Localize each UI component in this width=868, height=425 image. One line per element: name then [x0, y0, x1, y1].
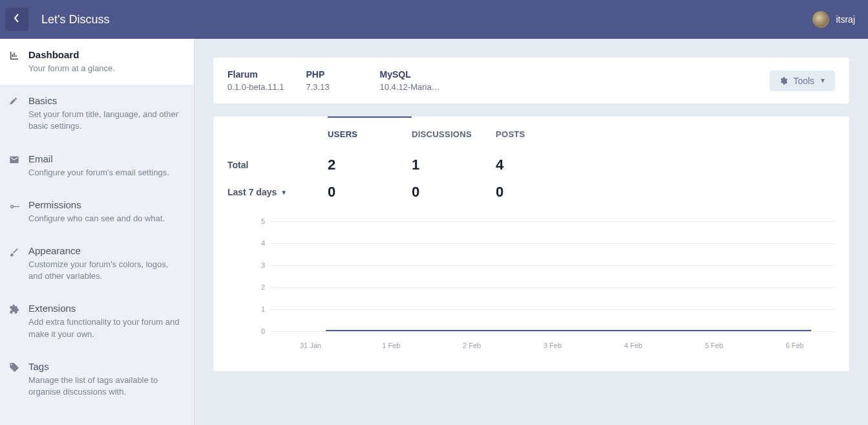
main-content: Flarum0.1.0-beta.11.1PHP7.3.13MySQL10.4.… [195, 39, 868, 425]
chart-x-tick: 5 Feb [705, 342, 723, 349]
status-value: 10.4.12-MariaD... [379, 82, 444, 92]
chart-x-tick: 31 Jan [300, 342, 321, 349]
sidebar-item-dashboard[interactable]: DashboardYour forum at a glance. [0, 39, 194, 85]
chart-x-tick: 4 Feb [624, 342, 642, 349]
sidebar-item-desc: Configure your forum's email settings. [28, 167, 182, 179]
chart-gridline [270, 309, 835, 310]
sidebar-item-title: Appearance [28, 245, 182, 256]
chart-x-axis: 31 Jan1 Feb2 Feb3 Feb4 Feb5 Feb6 Feb [270, 338, 835, 353]
stats-tab-label: DISCUSSIONS [412, 129, 472, 139]
back-button[interactable] [5, 8, 28, 31]
puzzle-icon [9, 304, 21, 316]
username: itsraj [836, 14, 855, 25]
sidebar-item-title: Basics [28, 95, 182, 106]
chart-gridline [270, 221, 835, 222]
stats-value: 0 [328, 179, 412, 206]
chart-gridline [270, 243, 835, 244]
sidebar-item-desc: Manage the list of tags available to org… [28, 375, 182, 398]
tags-icon [9, 362, 21, 374]
sidebar-item-tags[interactable]: TagsManage the list of tags available to… [0, 351, 194, 408]
gear-icon [779, 76, 788, 85]
chart-y-tick: 1 [243, 305, 265, 313]
chart-y-tick: 2 [243, 283, 265, 291]
stats-value: 0 [496, 179, 580, 206]
chart-y-tick: 5 [243, 217, 265, 225]
sidebar-item-desc: Your forum at a glance. [28, 63, 182, 74]
chart-icon [9, 50, 21, 62]
key-icon [9, 201, 21, 212]
status-columns: Flarum0.1.0-beta.11.1PHP7.3.13MySQL10.4.… [228, 69, 444, 92]
chart-container: 012345 31 Jan1 Feb2 Feb3 Feb4 Feb5 Feb6 … [228, 221, 835, 353]
app-header: Let's Discuss itsraj [0, 0, 868, 39]
chart-y-tick: 0 [243, 327, 265, 335]
sidebar-item-title: Dashboard [28, 49, 182, 60]
stats-header-spacer [228, 116, 328, 151]
caret-down-icon: ▼ [281, 189, 287, 196]
admin-sidebar: DashboardYour forum at a glance.BasicsSe… [0, 39, 195, 425]
status-label: Flarum [228, 69, 284, 80]
chart-gridline [270, 265, 835, 266]
pencil-icon [9, 96, 21, 108]
sidebar-item-permissions[interactable]: PermissionsConfigure who can see and do … [0, 189, 194, 235]
sidebar-item-title: Email [28, 153, 182, 164]
stats-row-label[interactable]: Last 7 days▼ [228, 187, 328, 197]
status-label: PHP [306, 69, 357, 80]
stats-row-label: Total [228, 160, 328, 170]
chart-y-tick: 3 [243, 261, 265, 269]
chart-x-tick: 6 Feb [785, 342, 803, 349]
status-col-mysql: MySQL10.4.12-MariaD... [379, 69, 444, 92]
sidebar-item-appearance[interactable]: AppearanceCustomize your forum's colors,… [0, 235, 194, 292]
brush-icon [9, 246, 21, 258]
stats-tab-discussions[interactable]: DISCUSSIONS [412, 116, 496, 151]
status-col-flarum: Flarum0.1.0-beta.11.1 [228, 69, 284, 92]
stats-grid: USERSDISCUSSIONSPOSTSTotal214Last 7 days… [228, 116, 835, 206]
line-chart: 012345 [243, 221, 835, 338]
sidebar-item-desc: Customize your forum's colors, logos, an… [28, 259, 182, 282]
tools-button[interactable]: Tools ▼ [770, 71, 835, 91]
chevron-left-icon [14, 13, 20, 26]
stats-tab-label: POSTS [496, 129, 525, 139]
caret-down-icon: ▼ [820, 77, 826, 84]
chart-series-line [326, 330, 811, 331]
sidebar-item-extensions[interactable]: ExtensionsAdd extra functionality to you… [0, 292, 194, 350]
chart-x-tick: 3 Feb [544, 342, 562, 349]
stats-tab-label: USERS [328, 129, 357, 139]
sidebar-item-email[interactable]: EmailConfigure your forum's email settin… [0, 143, 194, 189]
status-value: 0.1.0-beta.11.1 [228, 82, 284, 92]
status-label: MySQL [379, 69, 444, 80]
chart-gridline [270, 331, 835, 332]
chart-x-tick: 1 Feb [382, 342, 400, 349]
header-left: Let's Discuss [5, 8, 109, 31]
stats-value: 1 [412, 151, 496, 179]
app-title[interactable]: Let's Discuss [41, 13, 109, 27]
sidebar-item-basics[interactable]: BasicsSet your forum title, language, an… [0, 85, 194, 142]
chart-y-tick: 4 [243, 239, 265, 247]
chart-gridline [270, 287, 835, 288]
stats-value: 4 [496, 151, 580, 179]
stats-card: USERSDISCUSSIONSPOSTSTotal214Last 7 days… [213, 116, 850, 372]
avatar [812, 11, 829, 28]
stats-value: 0 [412, 179, 496, 206]
stats-tab-posts[interactable]: POSTS [496, 116, 580, 151]
stats-value: 2 [328, 151, 412, 179]
tools-label: Tools [793, 76, 814, 86]
status-col-php: PHP7.3.13 [306, 69, 357, 92]
user-menu[interactable]: itsraj [812, 11, 855, 28]
sidebar-item-title: Extensions [28, 303, 182, 314]
status-card: Flarum0.1.0-beta.11.1PHP7.3.13MySQL10.4.… [213, 57, 850, 104]
sidebar-item-desc: Configure who can see and do what. [28, 213, 182, 224]
sidebar-item-desc: Set your forum title, language, and othe… [28, 109, 182, 132]
chart-x-tick: 2 Feb [463, 342, 481, 349]
stats-tab-users[interactable]: USERS [328, 116, 412, 151]
sidebar-item-desc: Add extra functionality to your forum an… [28, 316, 182, 340]
sidebar-item-title: Permissions [28, 199, 182, 210]
sidebar-item-title: Tags [28, 361, 182, 372]
mail-icon [9, 155, 21, 166]
status-value: 7.3.13 [306, 82, 357, 92]
